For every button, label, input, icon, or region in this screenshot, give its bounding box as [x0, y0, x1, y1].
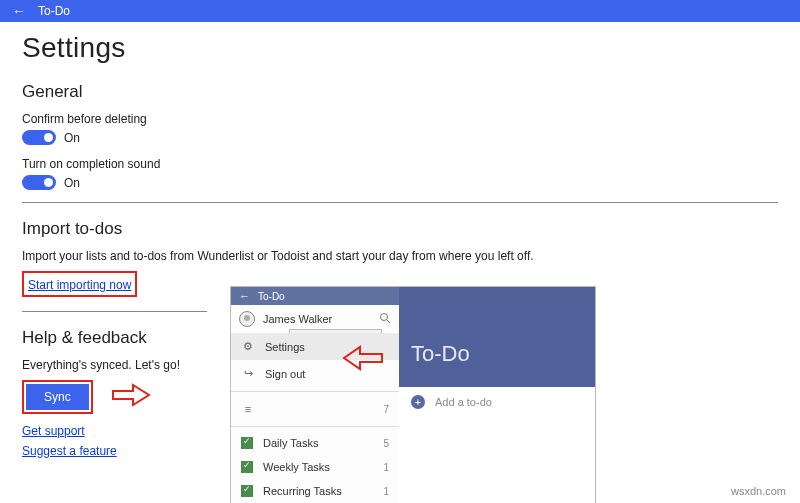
list-count: 1 — [383, 462, 389, 473]
sub-titlebar: ← To-Do — [231, 287, 399, 305]
svg-point-0 — [381, 314, 388, 321]
check-icon — [241, 461, 253, 473]
sub-app-title: To-Do — [258, 291, 285, 302]
add-todo-row[interactable]: + Add a to-do — [399, 387, 595, 417]
start-importing-link[interactable]: Start importing now — [28, 278, 131, 292]
section-general: General Confirm before deleting On Turn … — [0, 82, 800, 190]
hamburger-row[interactable]: ≡ 7 — [231, 396, 399, 422]
gear-icon: ⚙ — [241, 340, 255, 353]
svg-line-1 — [387, 320, 390, 323]
menu-settings-label: Settings — [265, 341, 305, 353]
confirm-delete-toggle-row: On — [22, 130, 778, 145]
overlay-screenshot: ← To-Do James Walker Settings (Ctrl + P)… — [231, 287, 595, 503]
list-name: Recurring Tasks — [263, 485, 342, 497]
annotation-box: Sync — [22, 380, 93, 414]
annotation-box: Start importing now — [22, 271, 137, 297]
annotation-arrow-left-icon — [342, 345, 384, 375]
list-name: Weekly Tasks — [263, 461, 330, 473]
search-icon[interactable] — [379, 312, 391, 326]
check-icon — [241, 437, 253, 449]
confirm-delete-state: On — [64, 131, 80, 145]
hamburger-count: 7 — [383, 404, 389, 415]
watermark: wsxdn.com — [731, 485, 786, 497]
completion-sound-label: Turn on completion sound — [22, 157, 778, 171]
avatar — [239, 311, 255, 327]
signout-icon: ↪ — [241, 367, 255, 380]
divider — [22, 311, 207, 312]
back-button[interactable]: ← — [12, 4, 26, 18]
divider — [231, 426, 399, 427]
sync-button[interactable]: Sync — [26, 384, 89, 410]
list-count: 5 — [383, 438, 389, 449]
app-title: To-Do — [38, 4, 70, 18]
page-title: Settings — [0, 22, 800, 82]
account-name: James Walker — [263, 313, 332, 325]
add-todo-label: Add a to-do — [435, 396, 492, 408]
sub-back-button[interactable]: ← — [239, 290, 250, 302]
plus-icon: + — [411, 395, 425, 409]
import-description: Import your lists and to-dos from Wunder… — [22, 249, 778, 263]
list-item[interactable]: Daily Tasks 5 — [231, 431, 399, 455]
check-icon — [241, 485, 253, 497]
sub-sidebar: ← To-Do James Walker Settings (Ctrl + P)… — [231, 287, 399, 503]
confirm-delete-label: Confirm before deleting — [22, 112, 778, 126]
list-name: Daily Tasks — [263, 437, 318, 449]
menu-signout-label: Sign out — [265, 368, 305, 380]
sub-main-body: + Add a to-do — [399, 387, 595, 503]
completion-sound-toggle-row: On — [22, 175, 778, 190]
general-heading: General — [22, 82, 778, 102]
section-import: Import to-dos Import your lists and to-d… — [0, 219, 800, 297]
confirm-delete-toggle[interactable] — [22, 130, 56, 145]
list-count: 1 — [383, 486, 389, 497]
divider — [231, 391, 399, 392]
titlebar: ← To-Do — [0, 0, 800, 22]
list-item[interactable]: Weekly Tasks 1 — [231, 455, 399, 479]
sub-main: To-Do + Add a to-do — [399, 287, 595, 503]
list-item[interactable]: Recurring Tasks 1 — [231, 479, 399, 503]
hamburger-icon: ≡ — [241, 403, 255, 415]
annotation-arrow-right-icon — [111, 383, 151, 411]
divider — [22, 202, 778, 203]
completion-sound-toggle[interactable] — [22, 175, 56, 190]
sub-main-title: To-Do — [399, 341, 595, 387]
completion-sound-state: On — [64, 176, 80, 190]
import-heading: Import to-dos — [22, 219, 778, 239]
